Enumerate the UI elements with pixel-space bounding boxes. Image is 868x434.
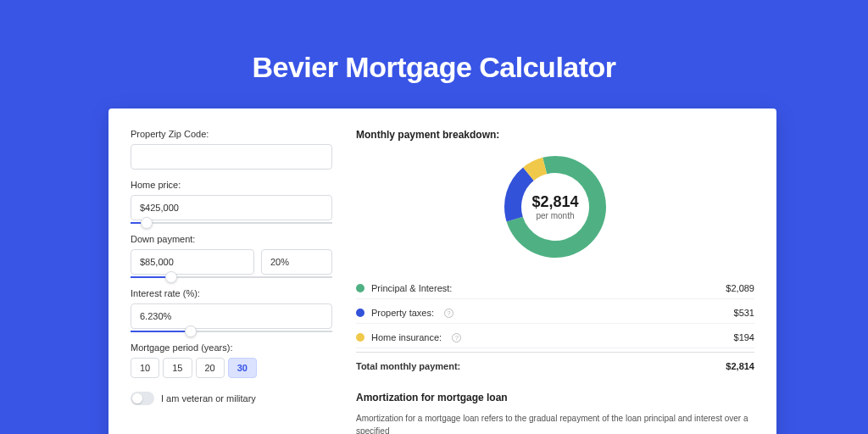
mortgage-period-label: Mortgage period (years): <box>131 342 332 353</box>
veteran-toggle[interactable] <box>131 392 154 405</box>
interest-rate-field: Interest rate (%): 6.230% <box>131 288 332 332</box>
down-payment-amount-input[interactable]: $85,000 <box>131 249 254 275</box>
legend-label: Property taxes: <box>371 308 434 318</box>
legend-total-row: Total monthly payment:$2,814 <box>356 352 754 376</box>
form-column: Property Zip Code: Home price: $425,000 … <box>131 129 332 427</box>
zip-label: Property Zip Code: <box>131 129 332 139</box>
legend-dot <box>356 284 364 292</box>
legend-total-label: Total monthly payment: <box>356 361 460 371</box>
down-payment-slider[interactable] <box>131 276 332 278</box>
period-option-10[interactable]: 10 <box>131 358 159 378</box>
period-option-15[interactable]: 15 <box>163 358 192 378</box>
legend-row: Property taxes:?$531 <box>356 303 754 324</box>
slider-fill <box>131 331 191 332</box>
donut-segment <box>504 167 534 221</box>
veteran-field: I am veteran or military <box>131 392 332 405</box>
legend-label: Home insurance: <box>371 332 442 342</box>
amortization-text: Amortization for a mortgage loan refers … <box>356 412 754 434</box>
veteran-label: I am veteran or military <box>161 393 256 403</box>
home-price-field: Home price: $425,000 <box>131 180 332 224</box>
down-payment-label: Down payment: <box>131 234 332 244</box>
interest-rate-label: Interest rate (%): <box>131 288 332 298</box>
legend-amount: $2,089 <box>726 283 754 293</box>
zip-field: Property Zip Code: <box>131 129 332 170</box>
period-option-30[interactable]: 30 <box>228 358 257 378</box>
slider-thumb[interactable] <box>185 326 197 337</box>
page-title: Bevier Mortgage Calculator <box>0 0 868 84</box>
info-icon[interactable]: ? <box>444 309 453 318</box>
donut-chart-wrap: $2,814 per month <box>356 153 754 261</box>
legend-dot <box>356 309 364 317</box>
mortgage-period-group: 10152030 <box>131 358 332 378</box>
legend: Principal & Interest:$2,089Property taxe… <box>356 278 754 376</box>
legend-row: Home insurance:?$194 <box>356 327 754 348</box>
legend-row: Principal & Interest:$2,089 <box>356 278 754 299</box>
donut-sub: per month <box>531 211 578 220</box>
legend-amount: $194 <box>734 332 754 342</box>
legend-label: Principal & Interest: <box>371 283 452 293</box>
breakdown-column: Monthly payment breakdown: $2,814 per mo… <box>356 129 754 427</box>
legend-dot <box>356 333 364 342</box>
slider-thumb[interactable] <box>141 217 153 229</box>
mortgage-period-field: Mortgage period (years): 10152030 <box>131 342 332 378</box>
interest-rate-slider[interactable] <box>131 331 332 332</box>
amortization-title: Amortization for mortgage loan <box>356 392 754 403</box>
breakdown-title: Monthly payment breakdown: <box>356 129 754 141</box>
home-price-label: Home price: <box>131 180 332 190</box>
home-price-slider[interactable] <box>131 222 332 224</box>
donut-center: $2,814 per month <box>531 193 578 220</box>
slider-thumb[interactable] <box>165 271 177 283</box>
down-payment-percent-input[interactable]: 20% <box>261 249 332 275</box>
legend-total-amount: $2,814 <box>726 361 754 371</box>
toggle-knob <box>132 393 142 403</box>
donut-amount: $2,814 <box>531 193 578 211</box>
interest-rate-input[interactable]: 6.230% <box>131 303 332 329</box>
down-payment-field: Down payment: $85,000 20% <box>131 234 332 278</box>
info-icon[interactable]: ? <box>452 333 461 342</box>
zip-input[interactable] <box>131 144 332 170</box>
legend-amount: $531 <box>734 308 754 318</box>
donut-chart: $2,814 per month <box>501 153 609 261</box>
page-background: Bevier Mortgage Calculator Property Zip … <box>0 0 868 434</box>
home-price-input[interactable]: $425,000 <box>131 195 332 220</box>
calculator-card: Property Zip Code: Home price: $425,000 … <box>108 108 776 434</box>
period-option-20[interactable]: 20 <box>196 358 225 378</box>
